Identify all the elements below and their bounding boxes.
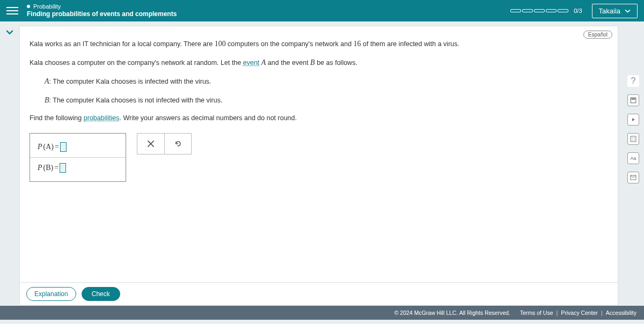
svg-point-5 (632, 139, 633, 141)
x-icon (147, 140, 155, 148)
problem-text: Kala works as an IT technician for a loc… (30, 38, 608, 123)
progress-count: 0/3 (574, 8, 582, 14)
menu-hamburger-icon[interactable] (6, 5, 18, 17)
text: : The computer Kala chooses is infected … (49, 78, 211, 85)
var-B: B (45, 96, 49, 104)
text-size-icon[interactable]: Aa (627, 152, 639, 164)
copyright-text: © 2024 McGraw Hill LLC. All Rights Reser… (394, 310, 510, 316)
text: be as follows. (315, 59, 357, 67)
value-total: 100 (215, 40, 226, 48)
value-infected: 16 (354, 40, 361, 48)
input-pb[interactable] (60, 163, 66, 173)
user-menu-button[interactable]: Takaila (592, 4, 638, 18)
text: Kala works as an IT technician for a loc… (30, 40, 215, 48)
language-button[interactable]: Español (583, 31, 612, 39)
workspace: Español Kala works as an IT technician f… (0, 21, 644, 306)
action-bar: Explanation Check (20, 282, 618, 305)
svg-point-3 (632, 137, 633, 138)
svg-rect-1 (631, 98, 635, 99)
link-probabilities[interactable]: probabilities (84, 114, 120, 122)
status-dot-icon (27, 5, 30, 8)
text: P (38, 164, 42, 172)
video-icon[interactable] (627, 114, 639, 126)
text: P (38, 143, 42, 151)
footer: © 2024 McGraw Hill LLC. All Rights Reser… (0, 306, 644, 320)
undo-button[interactable] (164, 134, 191, 154)
answer-row-pb: P(B) = (38, 163, 118, 173)
svg-point-6 (634, 139, 635, 141)
link-event[interactable]: event (243, 59, 260, 67)
explanation-button[interactable]: Explanation (26, 287, 76, 301)
text: = (54, 164, 58, 172)
undo-icon (174, 139, 182, 148)
text: Find the following (30, 114, 84, 122)
mail-icon[interactable] (627, 172, 639, 183)
var-A: A (45, 77, 49, 85)
chevron-down-icon (625, 8, 631, 14)
progress-bar (510, 9, 568, 12)
text: of them are infected with a virus. (361, 40, 459, 48)
app-header: Probability Finding probabilities of eve… (0, 0, 644, 21)
text: Kala chooses a computer on the company's… (30, 59, 243, 67)
text: (B) (43, 164, 54, 172)
collapse-toggle[interactable] (4, 27, 15, 38)
link-privacy[interactable]: Privacy Center (561, 310, 598, 316)
answer-box: P(A) = P(B) = (30, 133, 126, 182)
topic-category: Probability (33, 3, 61, 10)
svg-point-4 (634, 137, 635, 138)
text: computers on the company's network and (226, 40, 354, 48)
check-button[interactable]: Check (82, 287, 120, 301)
keypad-icon[interactable] (627, 133, 639, 145)
text: = (55, 143, 59, 151)
link-accessibility[interactable]: Accessibility (606, 310, 636, 316)
input-pa[interactable] (60, 142, 67, 152)
text: (A) (43, 143, 54, 151)
toolbox (137, 133, 192, 154)
text: and the event (266, 59, 310, 67)
problem-panel: Español Kala works as an IT technician f… (19, 26, 618, 306)
calculator-icon[interactable] (627, 94, 639, 106)
link-terms[interactable]: Terms of Use (520, 310, 553, 316)
chevron-down-icon (6, 28, 13, 36)
user-name: Takaila (599, 7, 620, 15)
answer-area: P(A) = P(B) = (30, 133, 608, 182)
clear-button[interactable] (137, 134, 164, 154)
text: : The computer Kala chooses is not infec… (49, 97, 223, 104)
divider (30, 157, 126, 158)
side-toolbar: ? Aa (623, 21, 644, 306)
help-icon[interactable]: ? (627, 75, 639, 87)
var-B: B (310, 58, 315, 67)
header-titles: Probability Finding probabilities of eve… (27, 3, 510, 19)
text: . Write your answers as decimal numbers … (119, 114, 297, 122)
answer-row-pa: P(A) = (38, 142, 118, 152)
svg-rect-2 (631, 136, 636, 142)
topic-title: Finding probabilities of events and comp… (27, 10, 510, 19)
